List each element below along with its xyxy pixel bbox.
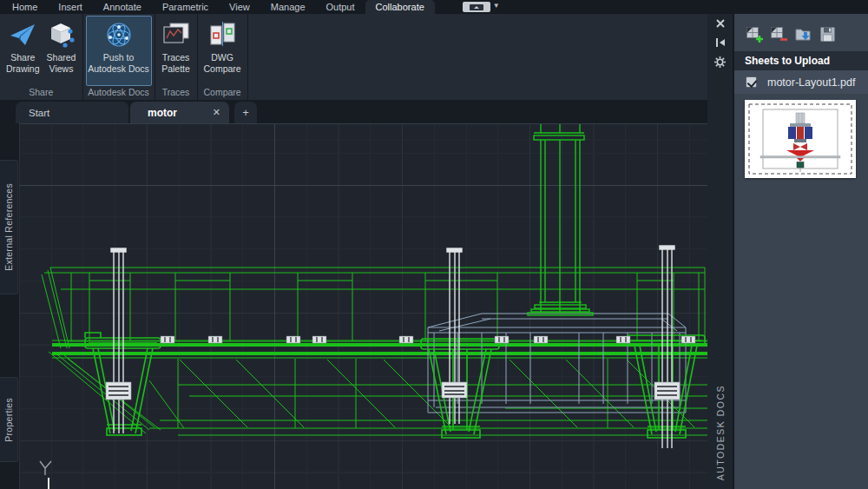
shared-views-icon <box>47 20 76 50</box>
ribbon-group-label: Autodesk Docs <box>83 86 155 100</box>
palette-close-button[interactable] <box>714 17 727 30</box>
grid-axis-lines <box>19 124 707 489</box>
share-drawing-icon <box>8 20 37 50</box>
push-to-autodesk-docs-button[interactable]: Push toAutodesk Docs <box>86 16 152 86</box>
dwg-compare-button[interactable]: DWGCompare <box>201 16 245 86</box>
ucs-axis-line <box>48 478 49 489</box>
sheet-list-item[interactable]: motor-Layout1.pdf <box>734 70 868 94</box>
save-sheet-list-icon[interactable] <box>819 25 837 43</box>
load-sheet-list-icon[interactable] <box>794 25 812 43</box>
upper-wall-band <box>42 268 707 348</box>
autocad-window: Home Insert Annotate Parametric View Man… <box>0 0 868 489</box>
plus-icon: + <box>242 106 249 119</box>
close-tab-icon[interactable]: ✕ <box>213 107 220 118</box>
auto-hide-pin-icon <box>715 38 726 47</box>
ribbon: ShareDrawing SharedViews Share <box>0 14 707 100</box>
remove-sheets-icon[interactable] <box>770 25 788 43</box>
palette-toolbar <box>734 14 868 51</box>
ribbon-tab-collaborate[interactable]: Collaborate <box>365 0 435 14</box>
ribbon-tab-output[interactable]: Output <box>316 0 365 14</box>
palette-autohide-button[interactable] <box>714 36 727 49</box>
autodesk-docs-palette-titlebar: AUTODESK DOCS <box>707 14 733 489</box>
ribbon-group-share: ShareDrawing SharedViews Share <box>0 14 83 100</box>
drawing-canvas[interactable]: Y <box>19 123 707 489</box>
button-label: TracesPalette <box>161 52 190 74</box>
ribbon-group-label: Compare <box>198 86 247 100</box>
ribbon-panel-icon <box>470 4 483 10</box>
sheet-thumbnail[interactable] <box>745 100 856 178</box>
button-label: ShareDrawing <box>6 52 40 74</box>
column-wireframe <box>528 124 593 315</box>
ribbon-tab-parametric[interactable]: Parametric <box>152 0 219 14</box>
support-posts <box>106 246 680 448</box>
ribbon-group-autodesk-docs: Push toAutodesk Docs Autodesk Docs <box>83 14 155 100</box>
share-drawing-button[interactable]: ShareDrawing <box>3 16 43 86</box>
file-tab-motor[interactable]: motor ✕ <box>130 102 229 123</box>
push-to-docs-icon <box>104 20 134 50</box>
palette-settings-button[interactable] <box>714 56 727 68</box>
sheet-checkbox[interactable] <box>746 76 757 88</box>
ribbon-tab-bar: Home Insert Annotate Parametric View Man… <box>0 0 868 14</box>
wireframe-drawing <box>19 124 707 489</box>
sheets-to-upload-header: Sheets to Upload <box>734 51 868 70</box>
button-label: Push toAutodesk Docs <box>88 52 149 74</box>
ribbon-group-label: Traces <box>155 86 197 100</box>
ribbon-minimize-caret-icon[interactable]: ▼ <box>493 0 500 14</box>
dwg-compare-icon <box>207 20 237 50</box>
traces-palette-icon <box>161 20 191 50</box>
properties-gear-icon <box>714 56 726 68</box>
new-tab-button[interactable]: + <box>234 102 257 123</box>
ribbon-tab-view[interactable]: View <box>219 0 260 14</box>
ribbon-tab-home[interactable]: Home <box>2 0 48 14</box>
close-icon <box>716 19 725 28</box>
sheet-filename: motor-Layout1.pdf <box>767 76 855 89</box>
palette-title-vertical: AUTODESK DOCS <box>707 385 733 484</box>
ribbon-group-traces: TracesPalette Traces <box>155 14 198 100</box>
ribbon-tab-manage[interactable]: Manage <box>260 0 316 14</box>
trough-wireframe <box>49 352 707 435</box>
add-sheets-icon[interactable] <box>746 25 764 43</box>
external-references-tab[interactable]: External References <box>0 160 18 294</box>
shared-views-button[interactable]: SharedViews <box>43 16 80 86</box>
button-label: SharedViews <box>47 52 76 74</box>
properties-tab[interactable]: Properties <box>0 377 18 462</box>
file-tab-bar: Start motor ✕ + <box>0 100 707 123</box>
ribbon-tab-annotate[interactable]: Annotate <box>93 0 152 14</box>
left-palette-strip: External References Properties <box>0 123 19 489</box>
autodesk-docs-palette: Sheets to Upload motor-Layout1.pdf <box>734 14 868 489</box>
button-label: DWGCompare <box>204 52 241 74</box>
sheet-preview-drawing <box>745 100 856 178</box>
ucs-icon <box>40 461 51 475</box>
ribbon-tab-insert[interactable]: Insert <box>48 0 93 14</box>
traces-palette-button[interactable]: TracesPalette <box>158 16 194 86</box>
ribbon-group-compare: DWGCompare Compare <box>198 14 248 100</box>
file-tab-start[interactable]: Start <box>16 102 128 123</box>
ribbon-minimize-button[interactable] <box>463 2 490 12</box>
ribbon-group-label: Share <box>0 86 82 100</box>
